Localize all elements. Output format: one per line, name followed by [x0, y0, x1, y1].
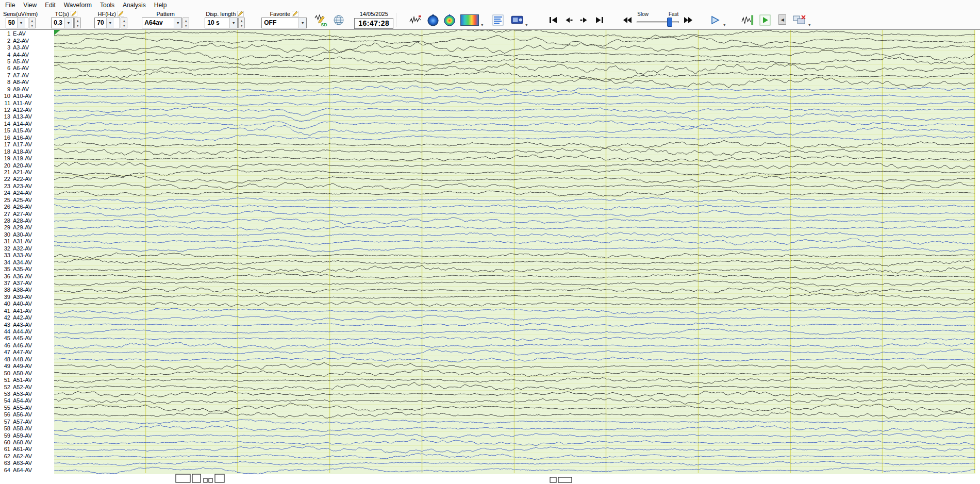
channel-label-46[interactable]: 46A46-AV [0, 342, 54, 349]
channel-label-16[interactable]: 16A16-AV [0, 135, 54, 141]
channel-label-10[interactable]: 10A10-AV [0, 93, 54, 99]
channel-label-60[interactable]: 60A60-AV [0, 439, 54, 446]
channel-label-15[interactable]: 15A15-AV [0, 127, 54, 134]
network-settings-button[interactable] [331, 13, 346, 27]
channel-label-38[interactable]: 38A38-AV [0, 287, 54, 293]
channel-label-33[interactable]: 33A33-AV [0, 252, 54, 259]
channel-label-43[interactable]: 43A43-AV [0, 322, 54, 328]
overflow-chevron-icon[interactable]: ▾ [481, 23, 483, 27]
favorite-combobox[interactable]: OFF ▼ [261, 18, 307, 28]
channel-label-29[interactable]: 29A29-AV [0, 224, 54, 231]
step-forward-button[interactable] [576, 13, 592, 27]
channel-label-31[interactable]: 31A31-AV [0, 238, 54, 245]
eeg-trace-canvas[interactable] [54, 30, 975, 484]
disp-length-dropdown-arrow[interactable]: ▼ [229, 18, 237, 28]
channel-label-41[interactable]: 41A41-AV [0, 308, 54, 314]
menu-tools[interactable]: Tools [96, 1, 119, 9]
channel-label-3[interactable]: 3A3-AV [0, 44, 54, 51]
skip-to-start-button[interactable] [545, 13, 561, 27]
channel-label-22[interactable]: 22A22-AV [0, 176, 54, 182]
event-list-button[interactable] [491, 13, 505, 27]
channel-label-18[interactable]: 18A18-AV [0, 148, 54, 155]
overflow-chevron-icon[interactable]: ▾ [808, 23, 810, 27]
start-acquisition-button[interactable] [758, 13, 772, 27]
pattern-combobox[interactable]: A64av ▼ [142, 18, 182, 28]
channel-label-2[interactable]: 2A2-AV [0, 38, 54, 44]
channel-label-54[interactable]: 54A54-AV [0, 397, 54, 404]
channel-label-11[interactable]: 11A11-AV [0, 100, 54, 107]
sens-dropdown-arrow[interactable]: ▼ [17, 18, 25, 28]
tc-dropdown-arrow[interactable]: ▼ [64, 18, 72, 28]
channel-label-48[interactable]: 48A48-AV [0, 356, 54, 363]
channel-label-50[interactable]: 50A50-AV [0, 370, 54, 377]
annotate-waveform-button[interactable]: SD [314, 13, 328, 27]
channel-label-62[interactable]: 62A62-AV [0, 453, 54, 460]
hf-spinner[interactable]: ▲▼ [121, 18, 127, 28]
disp-length-edit-pencil-icon[interactable] [237, 11, 244, 17]
channel-label-34[interactable]: 34A34-AV [0, 259, 54, 266]
disp-length-combobox[interactable]: 10 s ▼ [205, 18, 238, 28]
channel-label-13[interactable]: 13A13-AV [0, 113, 54, 120]
channel-label-5[interactable]: 5A5-AV [0, 58, 54, 65]
event-waveform-button[interactable] [408, 13, 423, 27]
pattern-spinner[interactable]: ▲▼ [182, 18, 189, 28]
channel-label-21[interactable]: 21A21-AV [0, 169, 54, 176]
favorite-dropdown-arrow[interactable]: ▼ [298, 18, 306, 28]
menu-analysis[interactable]: Analysis [119, 1, 150, 9]
channel-label-59[interactable]: 59A59-AV [0, 432, 54, 439]
channel-label-49[interactable]: 49A49-AV [0, 363, 54, 370]
tc-combobox[interactable]: 0.3 ▼ [51, 18, 74, 28]
map-montage-button[interactable] [459, 13, 480, 27]
skip-to-end-button[interactable] [592, 13, 607, 27]
channel-label-42[interactable]: 42A42-AV [0, 314, 54, 321]
play-button[interactable] [707, 13, 723, 27]
review-waveform-button[interactable] [740, 13, 755, 27]
speed-slider[interactable]: Slow Fast [635, 11, 680, 28]
channel-label-14[interactable]: 14A14-AV [0, 121, 54, 127]
disp-length-spinner[interactable]: ▲▼ [238, 18, 245, 28]
hf-combobox[interactable]: 70 ▼ [94, 18, 120, 28]
channel-label-17[interactable]: 17A17-AV [0, 141, 54, 148]
channel-label-19[interactable]: 19A19-AV [0, 155, 54, 162]
channel-label-32[interactable]: 32A32-AV [0, 245, 54, 252]
channel-label-52[interactable]: 52A52-AV [0, 384, 54, 391]
tc-edit-pencil-icon[interactable] [71, 11, 77, 17]
menu-edit[interactable]: Edit [41, 1, 60, 9]
step-back-button[interactable] [561, 13, 576, 27]
channel-label-61[interactable]: 61A61-AV [0, 446, 54, 453]
channel-label-20[interactable]: 20A20-AV [0, 162, 54, 169]
channel-label-64[interactable]: 64A64-AV [0, 467, 54, 474]
channel-label-9[interactable]: 9A9-AV [0, 86, 54, 93]
channel-label-6[interactable]: 6A6-AV [0, 65, 54, 72]
channel-label-27[interactable]: 27A27-AV [0, 211, 54, 218]
channel-label-36[interactable]: 36A36-AV [0, 273, 54, 280]
channel-label-12[interactable]: 12A12-AV [0, 107, 54, 113]
channel-label-25[interactable]: 25A25-AV [0, 197, 54, 204]
overflow-chevron-icon[interactable]: ▾ [525, 23, 527, 27]
channel-label-53[interactable]: 53A53-AV [0, 391, 54, 397]
channel-label-57[interactable]: 57A57-AV [0, 419, 54, 425]
channel-label-8[interactable]: 8A8-AV [0, 79, 54, 86]
favorite-edit-pencil-icon[interactable] [292, 11, 298, 17]
channel-label-47[interactable]: 47A47-AV [0, 349, 54, 356]
channel-label-40[interactable]: 40A40-AV [0, 301, 54, 307]
channel-label-35[interactable]: 35A35-AV [0, 266, 54, 273]
channel-label-30[interactable]: 30A30-AV [0, 231, 54, 238]
menu-file[interactable]: File [1, 1, 19, 9]
slider-thumb[interactable] [667, 18, 672, 27]
channel-label-51[interactable]: 51A51-AV [0, 377, 54, 383]
menu-waveform[interactable]: Waveform [60, 1, 96, 9]
menu-help[interactable]: Help [150, 1, 171, 9]
sens-combobox[interactable]: 50 ▼ [6, 18, 28, 28]
spectrum-map-button[interactable] [442, 13, 457, 27]
disconnect-device-button[interactable] [791, 13, 808, 27]
channel-label-23[interactable]: 23A23-AV [0, 183, 54, 190]
channel-label-44[interactable]: 44A44-AV [0, 328, 54, 335]
collapse-toolbar-button[interactable]: ◀ [778, 14, 786, 25]
video-sync-button[interactable] [510, 13, 525, 27]
channel-label-7[interactable]: 7A7-AV [0, 72, 54, 79]
hf-edit-pencil-icon[interactable] [118, 11, 124, 17]
topo-map-button[interactable] [426, 13, 440, 27]
channel-label-4[interactable]: 4A4-AV [0, 52, 54, 58]
sens-spinner[interactable]: ▲▼ [29, 18, 36, 28]
